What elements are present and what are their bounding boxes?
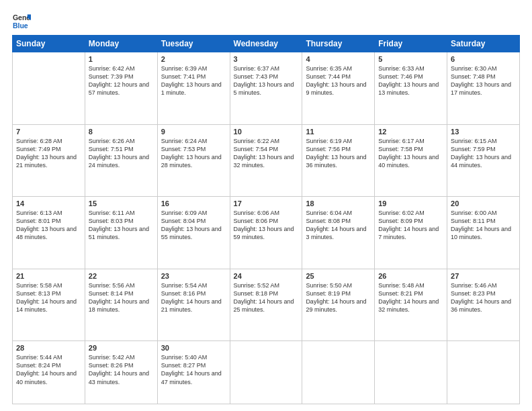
day-number: 8: [89, 128, 154, 136]
cell-detail: Sunrise: 5:42 AMSunset: 8:26 PMDaylight:…: [89, 353, 154, 386]
calendar-cell: 6Sunrise: 6:30 AMSunset: 7:48 PMDaylight…: [447, 52, 520, 125]
cell-detail: Sunrise: 6:04 AMSunset: 8:08 PMDaylight:…: [306, 209, 371, 242]
day-number: 9: [161, 128, 226, 136]
day-number: 10: [234, 128, 299, 136]
cell-detail: Sunrise: 6:42 AMSunset: 7:39 PMDaylight:…: [89, 64, 154, 97]
calendar-cell: 14Sunrise: 6:13 AMSunset: 8:01 PMDayligh…: [13, 197, 85, 269]
calendar-cell: [13, 52, 85, 125]
cell-detail: Sunrise: 6:19 AMSunset: 7:56 PMDaylight:…: [306, 137, 371, 170]
weekday-header-cell: Sunday: [13, 36, 85, 52]
cell-detail: Sunrise: 6:15 AMSunset: 7:59 PMDaylight:…: [451, 137, 516, 170]
cell-detail: Sunrise: 5:46 AMSunset: 8:23 PMDaylight:…: [451, 281, 516, 314]
cell-detail: Sunrise: 6:17 AMSunset: 7:58 PMDaylight:…: [378, 137, 443, 170]
cell-detail: Sunrise: 5:52 AMSunset: 8:18 PMDaylight:…: [234, 281, 299, 314]
logo-icon: General Blue: [12, 12, 31, 31]
calendar-cell: 22Sunrise: 5:56 AMSunset: 8:14 PMDayligh…: [85, 269, 157, 341]
calendar-cell: 23Sunrise: 5:54 AMSunset: 8:16 PMDayligh…: [157, 269, 230, 341]
cell-detail: Sunrise: 6:35 AMSunset: 7:44 PMDaylight:…: [306, 64, 371, 97]
calendar-week-row: 14Sunrise: 6:13 AMSunset: 8:01 PMDayligh…: [13, 197, 520, 269]
calendar-cell: 10Sunrise: 6:22 AMSunset: 7:54 PMDayligh…: [230, 124, 302, 197]
cell-detail: Sunrise: 6:22 AMSunset: 7:54 PMDaylight:…: [234, 137, 299, 170]
day-number: 21: [16, 272, 81, 280]
day-number: 3: [234, 55, 299, 63]
cell-detail: Sunrise: 6:30 AMSunset: 7:48 PMDaylight:…: [451, 64, 516, 97]
calendar-cell: 24Sunrise: 5:52 AMSunset: 8:18 PMDayligh…: [230, 269, 302, 341]
calendar-cell: 9Sunrise: 6:24 AMSunset: 7:53 PMDaylight…: [157, 124, 230, 197]
day-number: 2: [161, 55, 226, 63]
weekday-header-cell: Saturday: [447, 36, 520, 52]
calendar-cell: 12Sunrise: 6:17 AMSunset: 7:58 PMDayligh…: [375, 124, 447, 197]
day-number: 23: [161, 272, 226, 280]
cell-detail: Sunrise: 5:40 AMSunset: 8:27 PMDaylight:…: [161, 353, 226, 386]
day-number: 24: [234, 272, 299, 280]
day-number: 19: [378, 199, 443, 208]
cell-detail: Sunrise: 6:39 AMSunset: 7:41 PMDaylight:…: [161, 64, 226, 97]
day-number: 18: [306, 199, 371, 208]
cell-detail: Sunrise: 5:56 AMSunset: 8:14 PMDaylight:…: [89, 281, 154, 314]
calendar-cell: 13Sunrise: 6:15 AMSunset: 7:59 PMDayligh…: [447, 124, 520, 197]
calendar-cell: 17Sunrise: 6:06 AMSunset: 8:06 PMDayligh…: [230, 197, 302, 269]
cell-detail: Sunrise: 6:13 AMSunset: 8:01 PMDaylight:…: [16, 209, 81, 242]
weekday-header-cell: Wednesday: [230, 36, 302, 52]
calendar-cell: 20Sunrise: 6:00 AMSunset: 8:11 PMDayligh…: [447, 197, 520, 269]
calendar-cell: 28Sunrise: 5:44 AMSunset: 8:24 PMDayligh…: [13, 341, 85, 404]
svg-text:Blue: Blue: [13, 21, 28, 30]
calendar-week-row: 21Sunrise: 5:58 AMSunset: 8:13 PMDayligh…: [13, 269, 520, 341]
cell-detail: Sunrise: 6:09 AMSunset: 8:04 PMDaylight:…: [161, 209, 226, 242]
weekday-header-cell: Tuesday: [157, 36, 230, 52]
day-number: 1: [89, 55, 154, 63]
day-number: 4: [306, 55, 371, 63]
day-number: 20: [451, 199, 516, 208]
calendar-cell: 7Sunrise: 6:28 AMSunset: 7:49 PMDaylight…: [13, 124, 85, 197]
day-number: 7: [16, 128, 81, 136]
calendar-week-row: 1Sunrise: 6:42 AMSunset: 7:39 PMDaylight…: [13, 52, 520, 125]
calendar-cell: 18Sunrise: 6:04 AMSunset: 8:08 PMDayligh…: [302, 197, 375, 269]
calendar-cell: 15Sunrise: 6:11 AMSunset: 8:03 PMDayligh…: [85, 197, 157, 269]
calendar-cell: 29Sunrise: 5:42 AMSunset: 8:26 PMDayligh…: [85, 341, 157, 404]
day-number: 22: [89, 272, 154, 280]
cell-detail: Sunrise: 6:02 AMSunset: 8:09 PMDaylight:…: [378, 209, 443, 242]
cell-detail: Sunrise: 6:06 AMSunset: 8:06 PMDaylight:…: [234, 209, 299, 242]
day-number: 17: [234, 199, 299, 208]
calendar-cell: 21Sunrise: 5:58 AMSunset: 8:13 PMDayligh…: [13, 269, 85, 341]
calendar-cell: 25Sunrise: 5:50 AMSunset: 8:19 PMDayligh…: [302, 269, 375, 341]
day-number: 12: [378, 128, 443, 136]
calendar-cell: 27Sunrise: 5:46 AMSunset: 8:23 PMDayligh…: [447, 269, 520, 341]
calendar-cell: 5Sunrise: 6:33 AMSunset: 7:46 PMDaylight…: [375, 52, 447, 125]
day-number: 28: [16, 344, 81, 352]
cell-detail: Sunrise: 6:26 AMSunset: 7:51 PMDaylight:…: [89, 137, 154, 170]
calendar-cell: 4Sunrise: 6:35 AMSunset: 7:44 PMDaylight…: [302, 52, 375, 125]
day-number: 13: [451, 128, 516, 136]
cell-detail: Sunrise: 6:11 AMSunset: 8:03 PMDaylight:…: [89, 209, 154, 242]
calendar-cell: 30Sunrise: 5:40 AMSunset: 8:27 PMDayligh…: [157, 341, 230, 404]
cell-detail: Sunrise: 6:24 AMSunset: 7:53 PMDaylight:…: [161, 137, 226, 170]
day-number: 14: [16, 199, 81, 208]
calendar-cell: 8Sunrise: 6:26 AMSunset: 7:51 PMDaylight…: [85, 124, 157, 197]
calendar-cell: 11Sunrise: 6:19 AMSunset: 7:56 PMDayligh…: [302, 124, 375, 197]
day-number: 16: [161, 199, 226, 208]
calendar-cell: 2Sunrise: 6:39 AMSunset: 7:41 PMDaylight…: [157, 52, 230, 125]
cell-detail: Sunrise: 5:44 AMSunset: 8:24 PMDaylight:…: [16, 353, 81, 386]
day-number: 30: [161, 344, 226, 352]
calendar-week-row: 7Sunrise: 6:28 AMSunset: 7:49 PMDaylight…: [13, 124, 520, 197]
day-number: 26: [378, 272, 443, 280]
cell-detail: Sunrise: 5:54 AMSunset: 8:16 PMDaylight:…: [161, 281, 226, 314]
weekday-header-row: SundayMondayTuesdayWednesdayThursdayFrid…: [13, 36, 520, 52]
calendar-week-row: 28Sunrise: 5:44 AMSunset: 8:24 PMDayligh…: [13, 341, 520, 404]
day-number: 27: [451, 272, 516, 280]
cell-detail: Sunrise: 5:58 AMSunset: 8:13 PMDaylight:…: [16, 281, 81, 314]
day-number: 29: [89, 344, 154, 352]
calendar-cell: 16Sunrise: 6:09 AMSunset: 8:04 PMDayligh…: [157, 197, 230, 269]
calendar-cell: 26Sunrise: 5:48 AMSunset: 8:21 PMDayligh…: [375, 269, 447, 341]
cell-detail: Sunrise: 5:50 AMSunset: 8:19 PMDaylight:…: [306, 281, 371, 314]
calendar-cell: [375, 341, 447, 404]
weekday-header-cell: Thursday: [302, 36, 375, 52]
calendar: SundayMondayTuesdayWednesdayThursdayFrid…: [12, 35, 520, 404]
cell-detail: Sunrise: 6:28 AMSunset: 7:49 PMDaylight:…: [16, 137, 81, 170]
calendar-cell: 19Sunrise: 6:02 AMSunset: 8:09 PMDayligh…: [375, 197, 447, 269]
day-number: 25: [306, 272, 371, 280]
logo: General Blue: [12, 12, 31, 31]
day-number: 6: [451, 55, 516, 63]
cell-detail: Sunrise: 6:00 AMSunset: 8:11 PMDaylight:…: [451, 209, 516, 242]
cell-detail: Sunrise: 6:33 AMSunset: 7:46 PMDaylight:…: [378, 64, 443, 97]
